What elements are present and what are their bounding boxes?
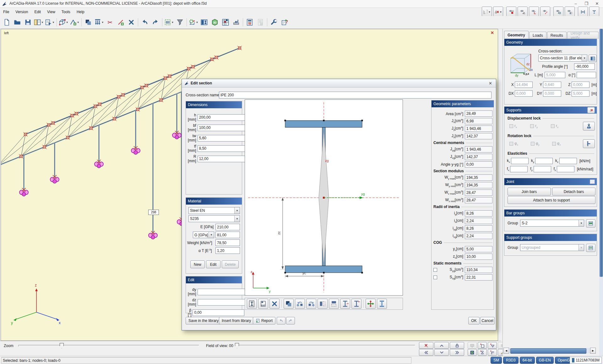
show-nodes-button[interactable]: 11 — [506, 7, 516, 17]
menu-file[interactable]: File — [0, 8, 12, 15]
copy-drawing-button[interactable]: ▼ — [45, 17, 55, 28]
redo-button[interactable] — [150, 17, 160, 28]
e-modulus-input[interactable] — [215, 224, 240, 230]
maximize-button[interactable]: ❐ — [581, 0, 592, 7]
elasticity-input[interactable] — [557, 166, 574, 172]
save-button[interactable] — [23, 17, 33, 28]
view-3d-button[interactable]: 3D — [210, 17, 220, 28]
collapse-panels-button[interactable] — [578, 7, 588, 17]
tab-results[interactable]: Results — [547, 32, 567, 39]
cross-section-name-input[interactable] — [219, 92, 492, 99]
add-filter-button[interactable] — [488, 342, 497, 349]
add-rect-button[interactable] — [478, 342, 487, 349]
report-button[interactable]: Report — [253, 317, 275, 324]
show-dimensions-button[interactable] — [540, 7, 550, 17]
pan-up-button[interactable] — [434, 342, 449, 349]
fov-slider-thumb[interactable] — [235, 343, 239, 348]
undo-button[interactable] — [140, 17, 150, 28]
ground-supports-button[interactable] — [231, 17, 241, 28]
insert-section-button[interactable] — [247, 299, 257, 309]
elasticity-input[interactable] — [535, 158, 553, 164]
beam-view-button[interactable] — [377, 299, 387, 309]
g-modulus-select[interactable]: G [GPa]▼ — [193, 232, 214, 238]
pan-down-button[interactable] — [434, 349, 449, 356]
add-corner-button[interactable] — [488, 349, 497, 356]
dialog-close-icon[interactable]: ✕ — [487, 81, 494, 86]
settings-wrench-button[interactable] — [269, 17, 279, 28]
section-manager-button[interactable] — [199, 17, 209, 28]
fixed-support-button[interactable] — [583, 139, 595, 148]
delete-button[interactable] — [126, 17, 136, 28]
open-project-button[interactable] — [12, 17, 22, 28]
status-badge[interactable]: 64-bit — [520, 357, 535, 364]
ok-button[interactable]: OK — [468, 317, 480, 324]
cut-bar-button[interactable]: ✂ — [105, 17, 115, 28]
new-document-button[interactable] — [2, 17, 12, 28]
menu-edit[interactable]: Edit — [31, 8, 44, 15]
zoom-slider-thumb[interactable] — [60, 343, 64, 348]
elasticity-input[interactable] — [511, 158, 529, 164]
move-element-button[interactable] — [366, 299, 376, 309]
selection-mode-button[interactable]: ▼ — [164, 17, 174, 28]
calculator-button[interactable] — [245, 17, 255, 28]
split-view-button[interactable] — [589, 7, 599, 17]
project-windows-button[interactable]: ▼ — [34, 17, 44, 28]
static-moment-checkbox[interactable] — [433, 276, 437, 279]
bar-group-table-button[interactable] — [586, 219, 595, 228]
status-badge[interactable]: SM — [491, 357, 502, 364]
delete-support-button[interactable] — [587, 107, 595, 113]
structure-generator-button[interactable]: ▼ — [188, 17, 199, 28]
align-bottom-button[interactable] — [329, 299, 339, 309]
field-input[interactable] — [193, 309, 244, 316]
add-time-button[interactable] — [478, 349, 487, 356]
tab-geometry[interactable]: Geometry — [504, 31, 529, 39]
insert-from-library-button[interactable]: Insert from library — [219, 317, 254, 324]
menu-tools[interactable]: Tools — [58, 8, 73, 15]
add-node-button[interactable]: ▼ — [69, 17, 80, 28]
alpha-input[interactable] — [577, 72, 596, 78]
delete-element-button[interactable] — [269, 299, 280, 309]
show-bar-marks-button[interactable] — [553, 7, 563, 17]
lock-view-button[interactable] — [450, 342, 464, 349]
minimize-button[interactable]: – — [570, 0, 581, 7]
align-left-button[interactable] — [318, 299, 328, 309]
filter-button[interactable] — [175, 17, 185, 28]
section-table-button[interactable] — [589, 55, 597, 62]
trim-flange-button[interactable]: ✂ — [340, 299, 350, 309]
close-button[interactable]: ✕ — [592, 0, 602, 7]
display-style-button[interactable]: ▼ — [482, 7, 492, 17]
section-canvas[interactable]: ygzgzcyczy — [245, 99, 403, 296]
field-input[interactable] — [198, 299, 249, 306]
alpha-t-input[interactable] — [215, 247, 240, 254]
material-new-button[interactable]: New — [190, 260, 205, 268]
scroll-left-arrow[interactable]: ◂ — [503, 348, 509, 354]
trim-web-button[interactable]: ✂ — [351, 299, 361, 309]
scroll-right-arrow[interactable]: ▸ — [590, 348, 596, 354]
pan-left-button[interactable] — [419, 349, 433, 356]
add-bar-button[interactable] — [116, 17, 126, 28]
panel-h-scrollbar[interactable]: ◂ ▸ — [503, 348, 596, 353]
elasticity-input[interactable] — [534, 166, 551, 172]
mesh-grid-button[interactable] — [220, 17, 231, 28]
show-axes-button[interactable] — [529, 7, 539, 17]
pan-right-button[interactable] — [450, 349, 464, 356]
cross-section-select[interactable]: Cross-section 11 (Bar eleme...▼ — [538, 55, 587, 62]
import-dxf-button[interactable]: DXF — [258, 299, 268, 309]
rotate-left-button[interactable] — [295, 299, 305, 309]
static-moment-checkbox[interactable] — [433, 268, 437, 272]
zoom-slider[interactable] — [18, 345, 199, 347]
show-grid-box-button[interactable] — [565, 7, 575, 17]
delete-view-button[interactable] — [419, 342, 433, 349]
menu-version[interactable]: Version — [12, 8, 31, 15]
menu-help[interactable]: Help — [73, 8, 88, 15]
field-input[interactable] — [198, 156, 249, 162]
elasticity-input[interactable] — [559, 158, 577, 164]
weight-input[interactable] — [215, 239, 240, 246]
field-input[interactable] — [198, 135, 249, 142]
field-input[interactable] — [198, 289, 249, 295]
field-input[interactable] — [198, 145, 249, 152]
view-pin-icon[interactable]: ✕ — [491, 30, 494, 35]
loads-button[interactable]: ▼ — [94, 17, 104, 28]
bar-group-select[interactable]: S-2▼ — [520, 220, 584, 227]
menu-view[interactable]: View — [44, 8, 58, 15]
